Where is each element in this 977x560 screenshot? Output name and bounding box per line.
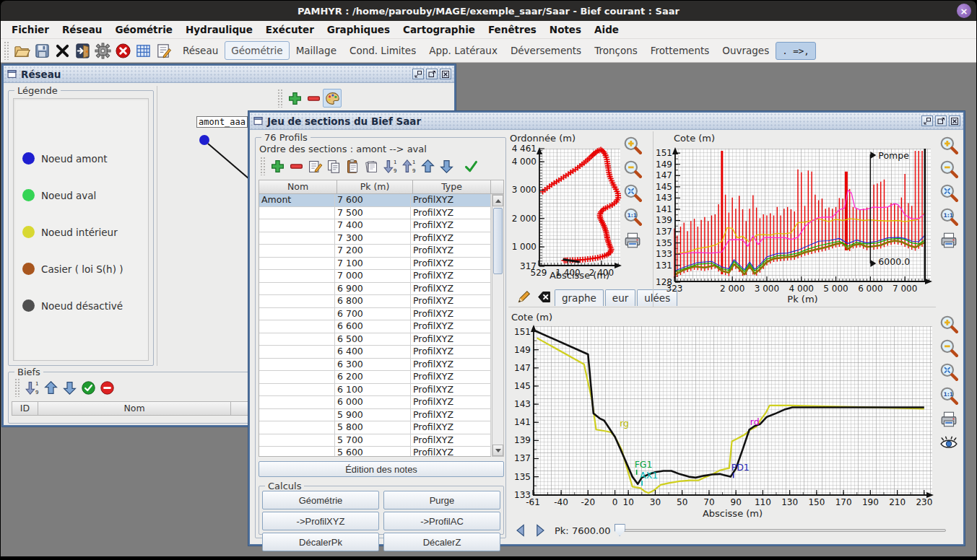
menu-fichier[interactable]: Fichier: [5, 22, 56, 37]
menu-graphiques[interactable]: Graphiques: [321, 22, 396, 37]
sections-table-scrollbar[interactable]: [492, 194, 504, 457]
reseau-maximize-button[interactable]: [426, 69, 438, 79]
section-row[interactable]: 5 700ProfilXYZ: [259, 434, 491, 447]
plot-tab-graphe[interactable]: graphe: [555, 289, 604, 306]
menu-hydraulique[interactable]: Hydraulique: [179, 22, 259, 37]
zoom-fit-icon[interactable]: [939, 362, 958, 381]
reseau-restore-button[interactable]: [412, 69, 424, 79]
toolbar-button-app-lat-raux[interactable]: App. Latéraux: [422, 41, 504, 60]
section-row[interactable]: 7 100ProfilXYZ: [259, 258, 491, 271]
sections-column-header[interactable]: Type: [413, 180, 491, 193]
section-row[interactable]: Amont7 600ProfilXYZ: [259, 194, 491, 207]
sections-window-titlebar[interactable]: Jeu de sections du Bief Saar: [250, 113, 963, 130]
scroll-up-button[interactable]: [492, 195, 503, 206]
paste-icon[interactable]: [343, 157, 362, 175]
menu-aide[interactable]: Aide: [588, 22, 625, 37]
section-row[interactable]: 7 000ProfilXYZ: [259, 270, 491, 283]
zoom-in-icon[interactable]: [939, 315, 958, 333]
network-toolbar-grip[interactable]: [277, 89, 283, 108]
node-label[interactable]: amont_aaa: [196, 116, 248, 128]
section-row[interactable]: 6 400ProfilXYZ: [259, 346, 491, 359]
section-row[interactable]: 5 600ProfilXYZ: [259, 447, 491, 457]
sections-close-button[interactable]: [949, 115, 960, 126]
draw-pencil-icon[interactable]: [514, 287, 533, 306]
toolbar-button-tron-ons[interactable]: Tronçons: [588, 41, 644, 60]
copy-icon[interactable]: [324, 157, 343, 175]
save-icon[interactable]: [32, 40, 52, 61]
section-row[interactable]: 6 000ProfilXYZ: [259, 396, 491, 409]
print-icon[interactable]: [939, 410, 958, 429]
calc-button-d-calerz[interactable]: DécalerZ: [383, 533, 500, 551]
calc-button--profilxyz[interactable]: ->ProfilXYZ: [262, 512, 379, 530]
upstream-node[interactable]: [199, 135, 209, 145]
section-row[interactable]: 7 400ProfilXYZ: [259, 219, 491, 232]
toolbar-button--[interactable]: . =>,: [776, 42, 816, 60]
zoom-out-icon[interactable]: [939, 338, 958, 357]
pk-slider-handle[interactable]: [615, 524, 625, 536]
sections-restore-button[interactable]: [921, 115, 933, 126]
app-close-button[interactable]: ×: [957, 4, 971, 18]
add-section-icon[interactable]: [268, 157, 287, 175]
add-node-icon[interactable]: [285, 89, 304, 108]
section-row[interactable]: 7 500ProfilXYZ: [259, 207, 491, 220]
biefs-move-up-icon[interactable]: [41, 378, 60, 397]
biefs-sort-icon[interactable]: [22, 378, 41, 397]
toolbar-grip[interactable]: [4, 41, 9, 60]
biefs-column-header[interactable]: ID: [12, 402, 38, 415]
app-titlebar[interactable]: PAMHYR : /home/parouby/MAGE/exemple_saar…: [1, 1, 976, 21]
plan-plot-area[interactable]: [539, 149, 620, 266]
biefs-disable-icon[interactable]: [97, 378, 116, 397]
section-row[interactable]: 6 700ProfilXYZ: [259, 308, 491, 321]
move-up-icon[interactable]: [418, 157, 437, 175]
sections-column-header[interactable]: Pk (m): [337, 180, 413, 193]
table-icon[interactable]: [133, 40, 153, 61]
pk-slider-track[interactable]: [615, 529, 946, 532]
close-file-icon[interactable]: [52, 40, 72, 61]
zoom-out-icon[interactable]: [623, 159, 642, 178]
calc-button-purge[interactable]: Purge: [383, 491, 500, 509]
zoom-in-icon[interactable]: [623, 136, 642, 154]
zoom-1-1-icon[interactable]: [623, 207, 642, 226]
reseau-close-button[interactable]: [440, 69, 451, 79]
biefs-toolbar-grip[interactable]: [14, 378, 20, 397]
menu-notes[interactable]: Notes: [543, 22, 588, 37]
quit-icon[interactable]: [72, 40, 92, 61]
calc-button-g-om-trie[interactable]: Géométrie: [262, 491, 379, 509]
palette-icon[interactable]: [323, 89, 342, 108]
reseau-window-titlebar[interactable]: Réseau: [4, 66, 454, 83]
section-row[interactable]: 5 800ProfilXYZ: [259, 421, 491, 434]
edit-section-icon[interactable]: [305, 157, 324, 175]
scroll-thumb[interactable]: [493, 208, 503, 274]
zoom-out-icon[interactable]: [939, 159, 958, 178]
previous-section-icon[interactable]: [513, 522, 529, 538]
open-file-icon[interactable]: [12, 40, 32, 61]
section-row[interactable]: 6 300ProfilXYZ: [259, 359, 491, 372]
settings-gear-icon[interactable]: [92, 40, 113, 61]
section-row[interactable]: 7 200ProfilXYZ: [259, 245, 491, 258]
sections-toolbar-grip[interactable]: [260, 157, 266, 175]
calc-button--profilac[interactable]: ->ProfilAC: [383, 512, 500, 530]
clear-icon[interactable]: [534, 287, 553, 306]
move-down-icon[interactable]: [437, 157, 456, 175]
toolbar-button-ouvrages[interactable]: Ouvrages: [716, 41, 776, 60]
toolbar-button-r-seau[interactable]: Réseau: [176, 41, 225, 60]
menu-réseau[interactable]: Réseau: [56, 22, 108, 37]
pk-slider[interactable]: [615, 524, 946, 537]
eye-icon[interactable]: [939, 434, 958, 452]
apply-icon[interactable]: [461, 157, 480, 175]
section-row[interactable]: 6 200ProfilXYZ: [259, 371, 491, 384]
zoom-fit-icon[interactable]: [939, 183, 958, 202]
section-plot-area[interactable]: rgFG1AX1PD1rd: [533, 326, 932, 496]
section-row[interactable]: 7 300ProfilXYZ: [259, 232, 491, 245]
menu-géométrie[interactable]: Géométrie: [108, 22, 179, 37]
calc-button-d-calerpk[interactable]: DécalerPk: [262, 533, 379, 551]
duplicate-icon[interactable]: [362, 157, 381, 175]
biefs-enable-icon[interactable]: [79, 378, 97, 397]
section-row[interactable]: 5 900ProfilXYZ: [259, 409, 491, 422]
biefs-column-header[interactable]: Nom: [38, 402, 231, 415]
biefs-move-down-icon[interactable]: [60, 378, 79, 397]
sections-column-header[interactable]: Nom: [259, 180, 337, 193]
sort-descending-icon[interactable]: [381, 157, 399, 175]
zoom-1-1-icon[interactable]: [939, 207, 958, 226]
toolbar-button-d-versements[interactable]: Déversements: [504, 41, 588, 60]
